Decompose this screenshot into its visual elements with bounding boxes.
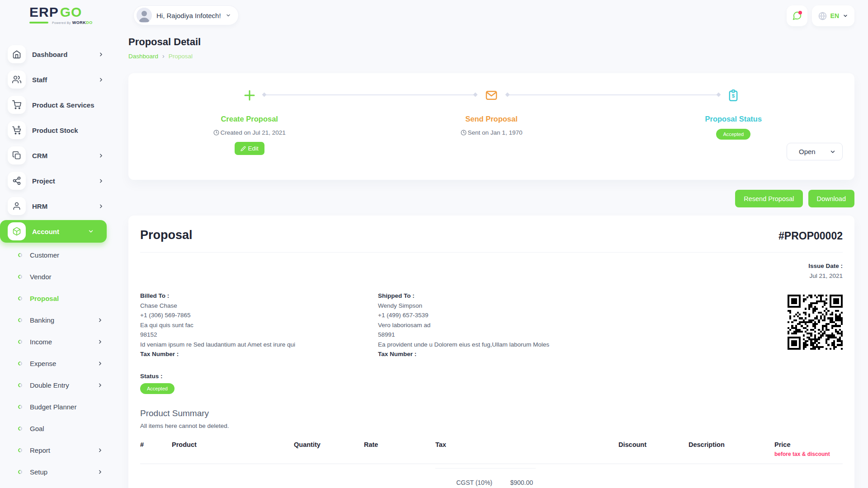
clipboard-dollar-icon: $ <box>727 89 740 102</box>
page-title: Proposal Detail <box>128 36 854 48</box>
sidebar-item-budget-planner[interactable]: Budget Planner <box>0 396 117 418</box>
brand-underline <box>29 22 48 23</box>
proposal-status-select[interactable]: Open <box>787 143 843 160</box>
bullet-icon <box>17 296 23 301</box>
chevron-right-icon <box>97 382 103 388</box>
sidebar-item-label: Expense <box>30 360 56 367</box>
chevron-right-icon <box>98 178 104 184</box>
sidebar-item-label: Banking <box>30 316 54 324</box>
sidebar-item-goal[interactable]: Goal <box>0 418 117 439</box>
step-create-proposal: Create Proposal Created on Jul 21, 2021 … <box>128 89 370 155</box>
messages-button[interactable] <box>787 5 807 26</box>
sidebar-item-hrm[interactable]: HRM <box>0 193 117 219</box>
sidebar-item-label: Goal <box>30 425 44 432</box>
header-product: Product <box>172 436 294 464</box>
sidebar-item-dashboard[interactable]: Dashboard <box>0 42 117 67</box>
step-connector <box>264 94 476 95</box>
brand-logo: ERPGO Powered By WORKDO <box>29 5 93 25</box>
chevron-right-icon <box>98 203 104 209</box>
bullet-icon <box>17 382 23 388</box>
language-label: EN <box>830 12 839 19</box>
sidebar-item-report[interactable]: Report <box>0 439 117 461</box>
status-block: Status : Accepted <box>140 373 843 394</box>
sidebar: DashboardStaffProduct & ServicesProduct … <box>0 42 117 488</box>
cell-description: - <box>689 464 774 488</box>
proposal-heading: Proposal <box>140 228 193 242</box>
svg-text:$: $ <box>732 93 735 99</box>
download-button[interactable]: Download <box>808 190 855 207</box>
step-connector <box>507 94 719 95</box>
plus-icon <box>243 89 256 102</box>
sidebar-item-banking[interactable]: Banking <box>0 309 117 331</box>
sidebar-item-double-entry[interactable]: Double Entry <box>0 374 117 396</box>
billed-tax-label: Tax Number : <box>140 349 378 359</box>
edit-proposal-button[interactable]: Edit <box>235 142 264 155</box>
sidebar-item-vendor[interactable]: Vendor <box>0 266 117 287</box>
user-menu[interactable]: Hi, Rajodiya Infotech! <box>133 5 239 25</box>
bullet-icon <box>17 317 23 323</box>
sidebar-item-income[interactable]: Income <box>0 331 117 352</box>
header-description: Description <box>689 436 774 464</box>
table-row: 1 Bicycle Accessories 1 $9,000.00 CGST (… <box>140 464 843 488</box>
sidebar-item-label: Dashboard <box>32 51 67 58</box>
chevron-down-icon <box>843 13 848 19</box>
shipped-name: Wendy Simpson <box>378 301 616 311</box>
breadcrumb-dashboard[interactable]: Dashboard <box>128 53 158 60</box>
chevron-right-icon <box>97 447 103 453</box>
page-actions: Resend Proposal Download <box>128 190 854 207</box>
shipped-tax-label: Tax Number : <box>378 349 616 359</box>
sidebar-item-product-services[interactable]: Product & Services <box>0 92 117 117</box>
bullet-icon <box>17 339 23 345</box>
sidebar-item-crm[interactable]: CRM <box>0 143 117 168</box>
share-icon <box>8 172 26 190</box>
bullet-icon <box>17 404 23 410</box>
language-selector[interactable]: EN <box>812 5 854 26</box>
product-summary-title: Product Summary <box>140 408 843 418</box>
sidebar-item-label: HRM <box>32 202 47 210</box>
brand-go: GO <box>60 5 82 19</box>
sidebar-item-product-stock[interactable]: Product Stock <box>0 117 117 143</box>
chevron-right-icon <box>97 469 103 475</box>
chevron-right-icon <box>98 52 104 57</box>
breadcrumb-proposal[interactable]: Proposal <box>169 53 193 60</box>
chevron-right-icon <box>97 317 103 323</box>
sidebar-item-label: Product & Services <box>32 101 94 109</box>
chevron-down-icon <box>830 149 836 155</box>
sidebar-item-project[interactable]: Project <box>0 168 117 193</box>
bullet-icon <box>17 426 23 432</box>
main-content: Proposal Detail Dashboard › Proposal Cre… <box>128 36 854 488</box>
bullet-icon <box>17 447 23 453</box>
home-icon <box>8 45 26 63</box>
sidebar-item-label: Double Entry <box>30 381 69 389</box>
brand-powered-by: Powered By <box>52 21 71 24</box>
price-note: before tax & discount <box>774 451 843 457</box>
globe-icon <box>818 12 827 20</box>
issue-date-value: Jul 21, 2021 <box>140 272 843 279</box>
sidebar-item-proposal[interactable]: Proposal <box>0 287 117 309</box>
sidebar-item-label: Income <box>30 338 52 346</box>
step-title: Proposal Status <box>705 115 762 123</box>
header-rate: Rate <box>364 436 435 464</box>
sidebar-item-setup[interactable]: Setup <box>0 461 117 483</box>
clock-icon <box>461 130 467 136</box>
sidebar-item-customer[interactable]: Customer <box>0 244 117 266</box>
sidebar-item-expense[interactable]: Expense <box>0 352 117 374</box>
sidebar-item-label: Setup <box>30 468 47 476</box>
notification-dot <box>798 11 802 14</box>
step-title: Send Proposal <box>465 115 518 123</box>
cell-tax: CGST (10%)$900.00SGST (5%)$450.00 <box>435 464 618 488</box>
sidebar-item-account[interactable]: Account <box>0 220 107 243</box>
bullet-icon <box>17 469 23 475</box>
app-header: ERPGO Powered By WORKDO Hi, Rajodiya Inf… <box>0 0 868 33</box>
avatar <box>137 8 152 23</box>
proposal-progress-card: Create Proposal Created on Jul 21, 2021 … <box>128 73 854 180</box>
chevron-right-icon <box>98 153 104 159</box>
resend-proposal-button[interactable]: Resend Proposal <box>735 190 802 207</box>
issue-date-label: Issue Date : <box>140 263 843 269</box>
cell-price: $9,000.00 <box>774 464 843 488</box>
shipped-address-2: Ea provident unde u Dolorem eius est fug… <box>378 340 616 350</box>
billed-address-1: Ea qui quis sunt fac <box>140 320 378 330</box>
cell-product: Bicycle Accessories <box>172 464 294 488</box>
product-summary-note: All items here cannot be deleted. <box>140 422 843 429</box>
sidebar-item-staff[interactable]: Staff <box>0 67 117 92</box>
